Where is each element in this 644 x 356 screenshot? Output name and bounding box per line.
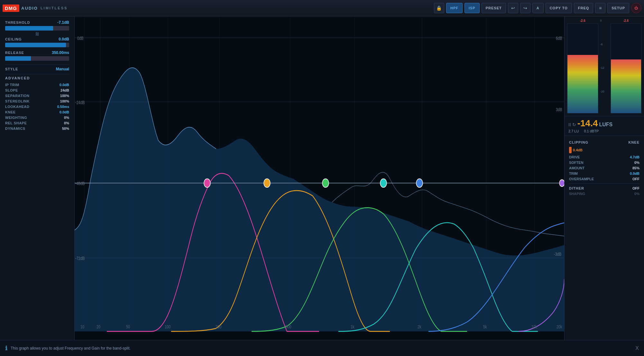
svg-text:500: 500 (285, 324, 291, 330)
lufs-sub: 2.7 LU 0.1 dBTP (568, 129, 640, 133)
undo-button[interactable]: ↩ (508, 3, 518, 13)
dynamics-value: 50% (62, 127, 69, 130)
close-button[interactable]: X (635, 345, 639, 351)
drive-value: 4.7dB (630, 155, 639, 159)
lock-button[interactable]: 🔒 (434, 3, 444, 13)
main-area: THRESHOLD -7.1dB ⛓ CEILING 0.0dB RELEASE… (0, 16, 644, 340)
setup-button[interactable]: SETUP (607, 3, 629, 13)
right-meter-bar (611, 23, 642, 113)
drive-row: DRIVE 4.7dB (569, 155, 639, 159)
dynamics-label: DYNAMICS (5, 127, 25, 130)
isp-button[interactable]: ISP (465, 3, 480, 13)
lufs-value: -14.4 (577, 119, 598, 128)
release-label: RELEASE (5, 51, 24, 55)
svg-point-21 (559, 180, 564, 186)
release-slider[interactable] (5, 56, 69, 61)
right-meter: -2.6 (611, 19, 642, 113)
center-graph[interactable]: 0dB -24dB -48dB -72dB 6dB 3dB -3dB 10 20… (75, 16, 564, 340)
shaping-value: 0% (634, 192, 639, 196)
logo-audio: AUDIO (21, 6, 38, 11)
logo-dmg: DMG (3, 4, 19, 12)
dbtp-display: 0.1 dBTP (584, 129, 599, 133)
shaping-row: SHAPING 0% (569, 192, 639, 196)
right-meter-peak: -2.6 (623, 19, 629, 22)
slope-row: SLOPE 24dB (5, 88, 69, 93)
svg-text:2k: 2k (418, 324, 421, 330)
rel-shape-label: REL SHAPE (5, 121, 27, 125)
clipping-indicator-value: 0.4dB (573, 148, 583, 152)
svg-point-18 (322, 179, 329, 187)
trim-value: 0.0dB (630, 172, 639, 175)
link-icon: ⛓ (35, 32, 39, 36)
trim-label: TRIM (569, 172, 578, 175)
svg-point-16 (204, 179, 210, 187)
power-button[interactable]: ⏻ (631, 3, 641, 13)
svg-text:6dB: 6dB (556, 36, 562, 41)
stereolink-label: STEREOLINK (5, 99, 30, 103)
ceiling-row: CEILING 0.0dB (5, 37, 69, 41)
lufs-section: II ↻ -14.4 LUFS 2.7 LU 0.1 dBTP (565, 116, 644, 136)
dither-row: DITHER OFF (569, 186, 639, 190)
release-value: 350.00ms (52, 50, 69, 55)
dynamics-row: DYNAMICS 50% (5, 126, 69, 131)
lufs-row: II ↻ -14.4 LUFS (568, 119, 640, 128)
preset-button[interactable]: PRESET (482, 3, 506, 13)
ip-trim-row: IP TRIM 0.0dB (5, 83, 69, 87)
svg-text:-3dB: -3dB (554, 251, 561, 257)
oversample-label: OVERSAMPLE (569, 177, 594, 181)
top-bar: DMG AUDIO LIMITLESS 🔒 HPF ISP PRESET ↩ ↪… (0, 0, 644, 16)
knee-label: KNEE (628, 140, 639, 144)
ceiling-slider[interactable] (5, 43, 69, 47)
release-row: RELEASE 350.00ms (5, 50, 69, 55)
svg-text:10: 10 (80, 324, 84, 330)
slope-label: SLOPE (5, 88, 18, 92)
svg-text:-24dB: -24dB (75, 100, 85, 105)
ceiling-label: CEILING (5, 37, 22, 41)
svg-text:0dB: 0dB (77, 36, 84, 41)
bars-button[interactable]: ≡ (595, 3, 605, 13)
weighting-value: 0% (64, 116, 69, 120)
svg-point-19 (380, 179, 387, 187)
a-button[interactable]: A (532, 3, 544, 13)
threshold-value: -7.1dB (57, 20, 69, 25)
lookahead-row: LOOKAHEAD 0.50ms (5, 104, 69, 109)
ceiling-value: 0.0dB (59, 37, 69, 41)
svg-text:5k: 5k (483, 324, 487, 330)
svg-text:200: 200 (216, 324, 221, 330)
redo-button[interactable]: ↪ (520, 3, 530, 13)
right-params: CLIPPING KNEE 0.4dB DRIVE 4.7dB SOFTEN 0… (565, 136, 644, 340)
dither-value: OFF (632, 186, 639, 190)
left-panel: THRESHOLD -7.1dB ⛓ CEILING 0.0dB RELEASE… (0, 16, 75, 340)
soften-value: 0% (634, 161, 639, 165)
meter-section: -2.6 0 -6 -12 -20 -2.6 (565, 16, 644, 116)
ip-trim-value: 0.0dB (60, 83, 69, 87)
freq-button[interactable]: FREQ (574, 3, 593, 13)
ip-trim-label: IP TRIM (5, 83, 19, 87)
style-label: STYLE (5, 67, 18, 71)
soften-row: SOFTEN 0% (569, 161, 639, 165)
svg-text:50: 50 (126, 324, 130, 330)
amount-label: AMOUNT (569, 166, 584, 170)
svg-text:10k: 10k (531, 324, 537, 330)
advanced-header: ADVANCED (5, 74, 69, 83)
stereolink-row: STEREOLINK 100% (5, 99, 69, 103)
weighting-label: WEIGHTING (5, 116, 27, 120)
threshold-slider[interactable] (5, 26, 69, 31)
separation-label: SEPARATION (5, 94, 30, 98)
amount-row: AMOUNT 85% (569, 166, 639, 170)
svg-point-20 (416, 179, 423, 187)
left-meter-peak: -2.6 (580, 19, 585, 22)
style-value[interactable]: Manual (56, 67, 69, 71)
shaping-label: SHAPING (569, 192, 585, 196)
copyto-button[interactable]: COPY TO (546, 3, 572, 13)
frequency-graph[interactable]: 0dB -24dB -48dB -72dB 6dB 3dB -3dB 10 20… (75, 16, 564, 340)
separation-row: SEPARATION 100% (5, 93, 69, 98)
svg-text:-48dB: -48dB (75, 181, 85, 186)
style-row: STYLE Manual (5, 67, 69, 71)
dither-label: DITHER (569, 186, 584, 190)
threshold-row: THRESHOLD -7.1dB (5, 20, 69, 25)
lufs-unit: LUFS (599, 122, 613, 128)
link-icon-wrap: ⛓ (5, 32, 69, 36)
hpf-button[interactable]: HPF (446, 3, 463, 13)
meter-scale: 0 -6 -12 -20 (600, 19, 609, 113)
